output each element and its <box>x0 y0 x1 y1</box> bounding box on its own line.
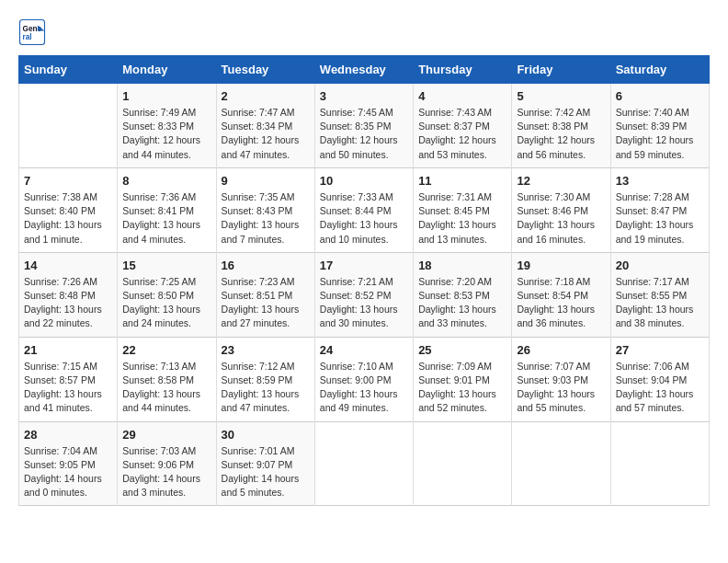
calendar-cell: 25Sunrise: 7:09 AMSunset: 9:01 PMDayligh… <box>414 337 512 421</box>
calendar-cell: 7Sunrise: 7:38 AMSunset: 8:40 PMDaylight… <box>19 167 118 252</box>
calendar-cell: 15Sunrise: 7:25 AMSunset: 8:50 PMDayligh… <box>118 252 216 337</box>
logo-icon: Gene ral <box>18 18 46 46</box>
calendar-cell: 29Sunrise: 7:03 AMSunset: 9:06 PMDayligh… <box>118 421 216 506</box>
day-number: 30 <box>222 428 310 442</box>
day-info: Sunrise: 7:04 AMSunset: 9:05 PMDaylight:… <box>24 444 112 500</box>
weekday-header: Sunday <box>19 56 118 84</box>
calendar-cell: 23Sunrise: 7:12 AMSunset: 8:59 PMDayligh… <box>216 337 314 421</box>
calendar-cell: 10Sunrise: 7:33 AMSunset: 8:44 PMDayligh… <box>314 167 413 252</box>
day-number: 12 <box>517 174 605 188</box>
day-number: 17 <box>320 259 408 272</box>
day-number: 14 <box>24 259 112 272</box>
calendar-cell: 24Sunrise: 7:10 AMSunset: 9:00 PMDayligh… <box>314 337 413 421</box>
day-info: Sunrise: 7:13 AMSunset: 8:58 PMDaylight:… <box>122 360 210 416</box>
weekday-header: Saturday <box>610 56 709 84</box>
calendar-cell: 12Sunrise: 7:30 AMSunset: 8:46 PMDayligh… <box>512 167 610 252</box>
day-info: Sunrise: 7:30 AMSunset: 8:46 PMDaylight:… <box>517 190 605 247</box>
day-number: 3 <box>320 89 408 103</box>
day-info: Sunrise: 7:18 AMSunset: 8:54 PMDaylight:… <box>517 275 605 331</box>
day-info: Sunrise: 7:36 AMSunset: 8:41 PMDaylight:… <box>122 190 210 247</box>
calendar-cell: 16Sunrise: 7:23 AMSunset: 8:51 PMDayligh… <box>216 252 314 337</box>
calendar-body: 1Sunrise: 7:49 AMSunset: 8:33 PMDaylight… <box>19 84 710 506</box>
calendar-cell: 22Sunrise: 7:13 AMSunset: 8:58 PMDayligh… <box>118 337 216 421</box>
day-number: 8 <box>122 174 210 188</box>
calendar-cell: 5Sunrise: 7:42 AMSunset: 8:38 PMDaylight… <box>512 84 610 168</box>
day-info: Sunrise: 7:43 AMSunset: 8:37 PMDaylight:… <box>418 106 506 162</box>
calendar-cell: 14Sunrise: 7:26 AMSunset: 8:48 PMDayligh… <box>19 252 118 337</box>
calendar-cell: 21Sunrise: 7:15 AMSunset: 8:57 PMDayligh… <box>19 337 118 421</box>
header-row: SundayMondayTuesdayWednesdayThursdayFrid… <box>19 56 710 84</box>
day-number: 10 <box>320 174 408 188</box>
calendar-cell: 2Sunrise: 7:47 AMSunset: 8:34 PMDaylight… <box>216 84 314 168</box>
calendar-cell <box>512 421 610 506</box>
day-info: Sunrise: 7:23 AMSunset: 8:51 PMDaylight:… <box>222 275 310 331</box>
day-number: 20 <box>616 259 704 272</box>
day-number: 18 <box>418 259 506 272</box>
calendar-cell: 13Sunrise: 7:28 AMSunset: 8:47 PMDayligh… <box>610 167 709 252</box>
calendar-cell: 18Sunrise: 7:20 AMSunset: 8:53 PMDayligh… <box>414 252 512 337</box>
day-info: Sunrise: 7:07 AMSunset: 9:03 PMDaylight:… <box>517 360 605 416</box>
day-info: Sunrise: 7:15 AMSunset: 8:57 PMDaylight:… <box>24 360 112 416</box>
day-info: Sunrise: 7:06 AMSunset: 9:04 PMDaylight:… <box>616 360 704 416</box>
day-info: Sunrise: 7:10 AMSunset: 9:00 PMDaylight:… <box>320 360 408 416</box>
day-number: 23 <box>222 343 310 357</box>
calendar-cell: 17Sunrise: 7:21 AMSunset: 8:52 PMDayligh… <box>314 252 413 337</box>
day-info: Sunrise: 7:17 AMSunset: 8:55 PMDaylight:… <box>616 275 704 331</box>
calendar-header: SundayMondayTuesdayWednesdayThursdayFrid… <box>19 56 710 84</box>
day-number: 9 <box>222 174 310 188</box>
calendar-cell: 8Sunrise: 7:36 AMSunset: 8:41 PMDaylight… <box>118 167 216 252</box>
calendar-cell: 19Sunrise: 7:18 AMSunset: 8:54 PMDayligh… <box>512 252 610 337</box>
svg-text:ral: ral <box>23 33 32 41</box>
calendar-table: SundayMondayTuesdayWednesdayThursdayFrid… <box>18 55 710 506</box>
day-number: 11 <box>418 174 506 188</box>
day-info: Sunrise: 7:20 AMSunset: 8:53 PMDaylight:… <box>418 275 506 331</box>
day-number: 19 <box>517 259 605 272</box>
weekday-header: Friday <box>512 56 610 84</box>
calendar-cell: 30Sunrise: 7:01 AMSunset: 9:07 PMDayligh… <box>216 421 314 506</box>
day-info: Sunrise: 7:45 AMSunset: 8:35 PMDaylight:… <box>320 106 408 162</box>
logo: Gene ral <box>18 18 50 46</box>
calendar-row: 21Sunrise: 7:15 AMSunset: 8:57 PMDayligh… <box>19 337 710 421</box>
day-info: Sunrise: 7:26 AMSunset: 8:48 PMDaylight:… <box>24 275 112 331</box>
calendar-cell <box>19 84 118 168</box>
day-info: Sunrise: 7:35 AMSunset: 8:43 PMDaylight:… <box>222 190 310 247</box>
weekday-header: Tuesday <box>216 56 314 84</box>
calendar-cell: 28Sunrise: 7:04 AMSunset: 9:05 PMDayligh… <box>19 421 118 506</box>
day-number: 26 <box>517 343 605 357</box>
day-info: Sunrise: 7:12 AMSunset: 8:59 PMDaylight:… <box>222 360 310 416</box>
calendar-cell <box>414 421 512 506</box>
day-info: Sunrise: 7:28 AMSunset: 8:47 PMDaylight:… <box>616 190 704 247</box>
day-number: 22 <box>122 343 210 357</box>
day-number: 15 <box>122 259 210 272</box>
calendar-cell: 26Sunrise: 7:07 AMSunset: 9:03 PMDayligh… <box>512 337 610 421</box>
day-info: Sunrise: 7:47 AMSunset: 8:34 PMDaylight:… <box>222 106 310 162</box>
day-number: 2 <box>222 89 310 103</box>
day-info: Sunrise: 7:42 AMSunset: 8:38 PMDaylight:… <box>517 106 605 162</box>
day-info: Sunrise: 7:49 AMSunset: 8:33 PMDaylight:… <box>122 106 210 162</box>
calendar-row: 1Sunrise: 7:49 AMSunset: 8:33 PMDaylight… <box>19 84 710 168</box>
weekday-header: Wednesday <box>314 56 413 84</box>
day-info: Sunrise: 7:31 AMSunset: 8:45 PMDaylight:… <box>418 190 506 247</box>
day-info: Sunrise: 7:38 AMSunset: 8:40 PMDaylight:… <box>24 190 112 247</box>
day-info: Sunrise: 7:21 AMSunset: 8:52 PMDaylight:… <box>320 275 408 331</box>
calendar-cell: 3Sunrise: 7:45 AMSunset: 8:35 PMDaylight… <box>314 84 413 168</box>
calendar-cell <box>314 421 413 506</box>
calendar-row: 28Sunrise: 7:04 AMSunset: 9:05 PMDayligh… <box>19 421 710 506</box>
day-info: Sunrise: 7:25 AMSunset: 8:50 PMDaylight:… <box>122 275 210 331</box>
day-number: 1 <box>122 89 210 103</box>
calendar-row: 7Sunrise: 7:38 AMSunset: 8:40 PMDaylight… <box>19 167 710 252</box>
calendar-row: 14Sunrise: 7:26 AMSunset: 8:48 PMDayligh… <box>19 252 710 337</box>
weekday-header: Monday <box>118 56 216 84</box>
day-number: 5 <box>517 89 605 103</box>
day-number: 24 <box>320 343 408 357</box>
calendar-cell: 9Sunrise: 7:35 AMSunset: 8:43 PMDaylight… <box>216 167 314 252</box>
day-info: Sunrise: 7:09 AMSunset: 9:01 PMDaylight:… <box>418 360 506 416</box>
day-number: 4 <box>418 89 506 103</box>
day-number: 21 <box>24 343 112 357</box>
calendar-cell: 11Sunrise: 7:31 AMSunset: 8:45 PMDayligh… <box>414 167 512 252</box>
day-number: 16 <box>222 259 310 272</box>
day-info: Sunrise: 7:40 AMSunset: 8:39 PMDaylight:… <box>616 106 704 162</box>
calendar-cell: 1Sunrise: 7:49 AMSunset: 8:33 PMDaylight… <box>118 84 216 168</box>
day-number: 28 <box>24 428 112 442</box>
day-number: 29 <box>122 428 210 442</box>
